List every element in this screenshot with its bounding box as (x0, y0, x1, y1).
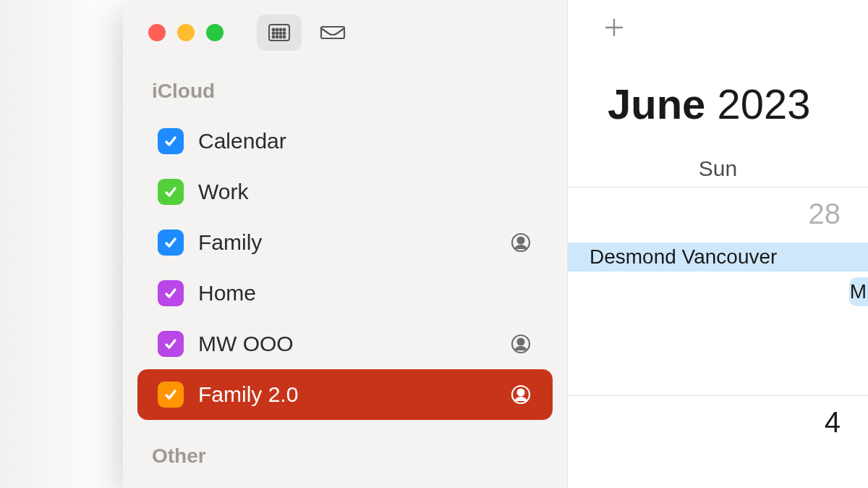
svg-point-11 (280, 36, 282, 38)
svg-point-7 (280, 33, 282, 35)
calendar-checkbox[interactable] (158, 382, 184, 408)
calendar-item-label: Home (198, 281, 532, 306)
month-label: June (608, 80, 705, 127)
checkmark-icon (163, 337, 178, 351)
svg-point-12 (284, 36, 286, 38)
svg-point-4 (284, 29, 286, 31)
calendar-list: Calendar Work Family (123, 116, 567, 420)
shared-person-icon (509, 231, 532, 254)
checkmark-icon (163, 235, 178, 250)
calendar-item-family-2[interactable]: Family 2.0 (137, 369, 553, 420)
svg-point-16 (518, 339, 524, 345)
calendar-item-family[interactable]: Family (137, 217, 553, 268)
checkmark-icon (163, 387, 178, 402)
plus-icon (604, 17, 624, 38)
day-number: 28 (809, 198, 841, 230)
window-controls (148, 24, 224, 41)
add-event-button[interactable] (604, 17, 624, 41)
day-of-week-header: Sun (568, 150, 868, 188)
calendar-item-label: Family 2.0 (198, 382, 495, 407)
calendar-checkbox[interactable] (158, 280, 184, 306)
year-label: 2023 (718, 80, 811, 127)
calendar-checkbox[interactable] (158, 331, 184, 357)
svg-point-14 (518, 237, 524, 244)
inbox-icon (320, 22, 346, 43)
svg-point-6 (276, 33, 278, 35)
calendar-item-home[interactable]: Home (137, 268, 553, 319)
titlebar (123, 14, 567, 51)
calendar-item-label: Work (198, 180, 532, 204)
sidebar-section-other: Other (123, 420, 567, 481)
minimize-window-button[interactable] (177, 24, 195, 41)
sidebar-section-icloud: iCloud (123, 51, 567, 116)
svg-point-2 (276, 29, 278, 31)
svg-point-10 (276, 36, 278, 38)
calendar-item-mw-ooo[interactable]: MW OOO (137, 319, 553, 369)
event-title: M (850, 280, 867, 303)
maximize-window-button[interactable] (206, 24, 224, 41)
svg-point-18 (518, 390, 524, 396)
shared-person-icon (509, 332, 532, 356)
svg-point-1 (273, 29, 275, 31)
calendar-window: iCloud Calendar Work Family (123, 0, 868, 488)
checkmark-icon (163, 286, 178, 300)
svg-point-8 (284, 33, 286, 35)
calendar-checkbox[interactable] (158, 179, 184, 205)
shared-person-icon (509, 383, 532, 406)
sidebar: iCloud Calendar Work Family (123, 0, 568, 488)
checkmark-icon (163, 185, 178, 199)
calendar-checkbox[interactable] (158, 128, 184, 154)
calendar-grid-icon (268, 22, 291, 43)
calendar-item-calendar[interactable]: Calendar (137, 116, 553, 167)
checkmark-icon (163, 134, 178, 148)
day-cell[interactable]: 28 Desmond Vancouver M (568, 188, 868, 396)
day-number: 4 (825, 406, 841, 439)
event-title: Desmond Vancouver (590, 245, 777, 269)
calendar-item-label: MW OOO (198, 332, 495, 356)
calendar-checkbox[interactable] (158, 230, 184, 256)
inbox-toolbar-button[interactable] (310, 14, 355, 51)
calendars-toolbar-button[interactable] (257, 14, 302, 51)
background-gradient (0, 0, 130, 488)
svg-point-3 (280, 29, 282, 31)
svg-point-9 (273, 36, 275, 38)
svg-point-5 (273, 33, 275, 35)
month-title: June 2023 (568, 58, 868, 150)
close-window-button[interactable] (148, 24, 166, 41)
event-allday-overflow[interactable]: M (849, 277, 868, 306)
calendar-item-label: Family (198, 230, 495, 255)
calendar-item-label: Calendar (198, 129, 532, 153)
day-cell[interactable]: 4 (568, 396, 868, 468)
event-allday[interactable]: Desmond Vancouver (568, 243, 868, 272)
calendar-item-work[interactable]: Work (137, 167, 553, 217)
sidebar-toolbar (257, 14, 355, 51)
main-toolbar (568, 0, 868, 58)
main-content: June 2023 Sun 28 Desmond Vancouver M 4 (568, 0, 868, 488)
